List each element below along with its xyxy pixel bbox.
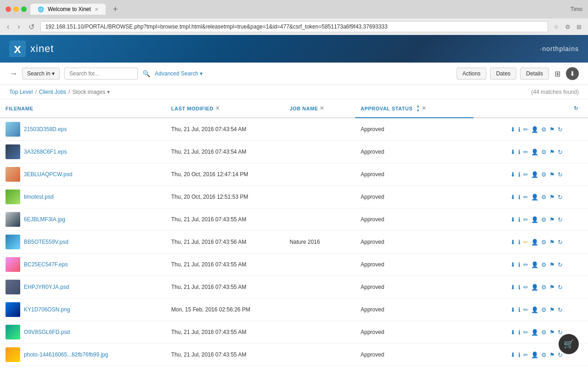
edit-row-icon[interactable]: ✏ (523, 216, 528, 223)
refresh-row-icon[interactable]: ↻ (558, 194, 563, 201)
download-row-icon[interactable]: ⬇ (510, 351, 515, 358)
user-row-icon[interactable]: 👤 (531, 351, 538, 358)
refresh-row-icon[interactable]: ↻ (558, 149, 563, 155)
info-row-icon[interactable]: ℹ (518, 126, 520, 133)
edit-row-icon[interactable]: ✏ (523, 284, 528, 291)
edit-row-icon[interactable]: ✏ (523, 239, 528, 246)
user-row-icon[interactable]: 👤 (531, 171, 538, 178)
search-in-dropdown[interactable]: Search in ▾ (22, 68, 60, 80)
flag-row-icon[interactable]: ⚑ (549, 306, 555, 313)
info-row-icon[interactable]: ℹ (518, 216, 520, 223)
remove-modified-col[interactable]: ✕ (215, 105, 220, 111)
settings-row-icon[interactable]: ⚙ (541, 261, 547, 268)
close-window-btn[interactable] (6, 6, 11, 12)
info-row-icon[interactable]: ℹ (518, 329, 520, 336)
refresh-row-icon[interactable]: ↻ (558, 306, 563, 313)
back-button[interactable]: ‹ (5, 22, 11, 32)
filename-link[interactable]: BC25EC547F.eps (24, 261, 68, 268)
info-row-icon[interactable]: ℹ (518, 261, 520, 268)
settings-row-icon[interactable]: ⚙ (541, 149, 547, 155)
filename-link[interactable]: 3EBLUAQPCW.psd (24, 171, 72, 178)
info-row-icon[interactable]: ℹ (518, 351, 520, 358)
search-input[interactable] (64, 68, 138, 80)
refresh-row-icon[interactable]: ↻ (558, 171, 563, 178)
col-header-jobname[interactable]: JOB NAME ✕ (284, 99, 355, 118)
filename-link[interactable]: EHPJYR0YJA.psd (24, 284, 69, 290)
download-row-icon[interactable]: ⬇ (510, 149, 515, 155)
refresh-row-icon[interactable]: ↻ (558, 126, 563, 133)
user-row-icon[interactable]: 👤 (531, 216, 538, 223)
flag-row-icon[interactable]: ⚑ (549, 329, 555, 336)
nav-back-arrow[interactable]: → (9, 69, 17, 79)
refresh-row-icon[interactable]: ↻ (558, 329, 563, 336)
flag-row-icon[interactable]: ⚑ (549, 284, 555, 291)
edit-row-icon[interactable]: ✏ (523, 329, 528, 336)
bookmark-icon[interactable]: ☆ (552, 23, 561, 31)
edit-row-icon[interactable]: ✏ (523, 306, 528, 313)
filename-link[interactable]: BB5OTE559V.psd (24, 239, 68, 245)
download-row-icon[interactable]: ⬇ (510, 216, 515, 223)
search-go-button[interactable]: 🔍 (142, 70, 150, 77)
user-row-icon[interactable]: 👤 (531, 261, 538, 268)
flag-row-icon[interactable]: ⚑ (549, 239, 555, 246)
remove-status-col[interactable]: ✕ (422, 105, 426, 111)
filename-link[interactable]: 6EJBLMF3IA.jpg (24, 216, 65, 223)
filename-link[interactable]: timotest.psd (24, 194, 54, 200)
download-row-icon[interactable]: ⬇ (510, 126, 515, 133)
refresh-row-icon[interactable]: ↻ (558, 351, 563, 358)
download-row-icon[interactable]: ⬇ (510, 329, 515, 336)
user-row-icon[interactable]: 👤 (531, 329, 538, 336)
info-row-icon[interactable]: ℹ (518, 284, 520, 291)
flag-row-icon[interactable]: ⚑ (549, 351, 555, 358)
download-row-icon[interactable]: ⬇ (510, 194, 515, 201)
filename-link[interactable]: KY1D706OSN.png (24, 306, 70, 313)
refresh-row-icon[interactable]: ↻ (558, 239, 563, 246)
edit-row-icon[interactable]: ✏ (523, 351, 528, 358)
flag-row-icon[interactable]: ⚑ (549, 261, 555, 268)
edit-row-icon[interactable]: ✏ (523, 149, 528, 155)
user-row-icon[interactable]: 👤 (531, 284, 538, 291)
filename-link[interactable]: photo-144616065...82fb76fb99.jpg (24, 351, 108, 358)
user-row-icon[interactable]: 👤 (531, 126, 538, 133)
breadcrumb-stock-images[interactable]: Stock images ▾ (72, 89, 109, 95)
reload-button[interactable]: ↺ (26, 22, 37, 32)
edit-row-icon[interactable]: ✏ (523, 194, 528, 201)
extensions-icon[interactable]: ⊞ (575, 23, 583, 31)
user-row-icon[interactable]: 👤 (531, 306, 538, 313)
settings-icon[interactable]: ⚙ (563, 23, 572, 31)
user-row-icon[interactable]: 👤 (531, 149, 538, 155)
minimize-window-btn[interactable] (13, 6, 19, 12)
col-header-filename[interactable]: FILENAME (0, 99, 166, 118)
col-header-refresh[interactable]: ↻ (568, 99, 588, 118)
filename-link[interactable]: 3A3268C6F1.eps (24, 149, 67, 155)
info-row-icon[interactable]: ℹ (518, 149, 520, 155)
download-row-icon[interactable]: ⬇ (510, 239, 515, 246)
remove-jobname-col[interactable]: ✕ (320, 105, 324, 111)
forward-button[interactable]: › (15, 22, 22, 32)
columns-icon[interactable]: ⊞ (553, 68, 562, 80)
info-row-icon[interactable]: ℹ (518, 171, 520, 178)
download-row-icon[interactable]: ⬇ (510, 261, 515, 268)
edit-row-icon[interactable]: ✏ (523, 126, 528, 133)
url-bar[interactable] (40, 21, 548, 32)
settings-row-icon[interactable]: ⚙ (541, 216, 547, 223)
settings-row-icon[interactable]: ⚙ (541, 329, 547, 336)
details-button[interactable]: Details (520, 68, 549, 80)
flag-row-icon[interactable]: ⚑ (549, 126, 555, 133)
browser-tab[interactable]: 🌐 Welcome to Xinet ✕ (30, 4, 106, 15)
flag-row-icon[interactable]: ⚑ (549, 194, 555, 201)
settings-row-icon[interactable]: ⚙ (541, 306, 547, 313)
refresh-row-icon[interactable]: ↻ (558, 216, 563, 223)
refresh-row-icon[interactable]: ↻ (558, 261, 563, 268)
settings-row-icon[interactable]: ⚙ (541, 126, 547, 133)
sort-icons[interactable]: ▲▼ (416, 104, 420, 113)
actions-button[interactable]: Actions (457, 68, 486, 80)
settings-row-icon[interactable]: ⚙ (541, 351, 547, 358)
refresh-row-icon[interactable]: ↻ (558, 284, 563, 291)
col-header-status[interactable]: APPROVAL STATUS ▲▼ ✕ (355, 99, 474, 118)
new-tab-button[interactable]: + (109, 5, 122, 14)
breadcrumb-top-level[interactable]: Top Level (9, 89, 33, 95)
advanced-search-link[interactable]: Advanced Search ▾ (155, 70, 203, 77)
download-row-icon[interactable]: ⬇ (510, 306, 515, 313)
filename-link[interactable]: 21503D358D.eps (24, 126, 67, 132)
